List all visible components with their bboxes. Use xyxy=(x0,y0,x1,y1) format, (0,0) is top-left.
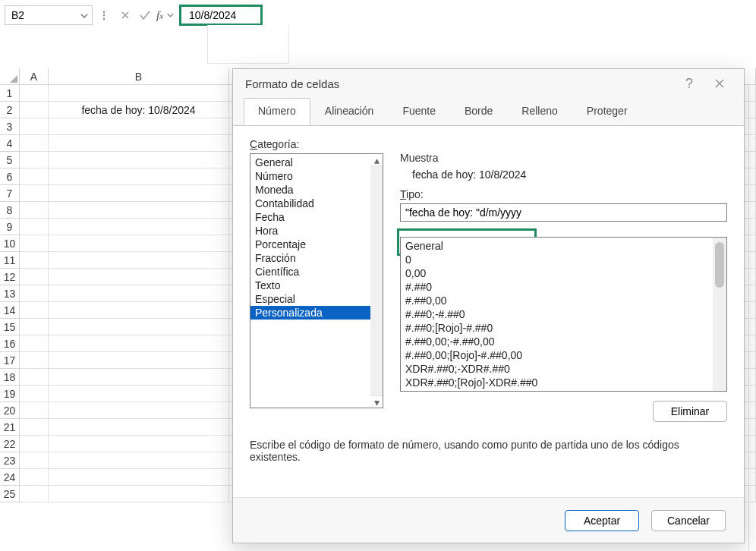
cell[interactable] xyxy=(49,252,229,269)
cell[interactable] xyxy=(49,85,229,102)
type-item[interactable]: #.##0,00;[Rojo]-#.##0,00 xyxy=(401,348,726,362)
row-header[interactable]: 20 xyxy=(0,402,20,419)
cell[interactable] xyxy=(20,402,49,419)
cell[interactable] xyxy=(49,486,229,502)
type-item[interactable]: XDR#.##0;[Rojo]-XDR#.##0 xyxy=(401,376,726,389)
row-header[interactable]: 10 xyxy=(0,235,20,252)
category-item[interactable]: Número xyxy=(250,169,383,183)
column-header[interactable]: B xyxy=(49,68,229,85)
close-button[interactable] xyxy=(704,72,735,95)
category-item[interactable]: Texto xyxy=(250,279,383,292)
cell[interactable] xyxy=(20,452,49,469)
type-item[interactable]: #.##0,00 xyxy=(401,294,726,307)
cell[interactable] xyxy=(49,135,229,152)
cell[interactable] xyxy=(20,102,49,118)
cell[interactable] xyxy=(20,118,49,135)
insert-function-button[interactable]: fx xyxy=(155,6,175,24)
cell[interactable] xyxy=(49,219,229,235)
cell[interactable] xyxy=(20,202,49,219)
row-header[interactable]: 2 xyxy=(0,102,20,118)
cell[interactable] xyxy=(20,85,49,102)
enter-formula-button[interactable] xyxy=(135,6,155,24)
row-header[interactable]: 8 xyxy=(0,202,20,219)
row-header[interactable]: 4 xyxy=(0,135,20,152)
cancel-formula-button[interactable] xyxy=(115,6,135,24)
cell-reference-input[interactable] xyxy=(5,6,92,24)
type-item[interactable]: #.##0,00;-#.##0,00 xyxy=(401,335,726,348)
category-item[interactable]: Fracción xyxy=(250,251,383,265)
row-header[interactable]: 16 xyxy=(0,335,20,352)
cell[interactable] xyxy=(49,235,229,252)
cell[interactable] xyxy=(49,452,229,469)
cell[interactable] xyxy=(20,319,49,335)
cell[interactable] xyxy=(20,152,49,168)
cell[interactable] xyxy=(49,168,229,185)
category-scrollbar[interactable]: ▴ ▾ xyxy=(370,154,383,408)
row-header[interactable]: 25 xyxy=(0,486,20,502)
cell[interactable] xyxy=(49,369,229,386)
row-header[interactable]: 19 xyxy=(0,386,20,402)
row-header[interactable]: 7 xyxy=(0,185,20,202)
row-header[interactable]: 5 xyxy=(0,152,20,168)
type-item[interactable]: #.##0;-#.##0 xyxy=(401,307,726,321)
category-list[interactable]: GeneralNúmeroMonedaContabilidadFechaHora… xyxy=(250,153,383,408)
dialog-tab[interactable]: Borde xyxy=(450,98,507,125)
row-header[interactable]: 11 xyxy=(0,252,20,269)
type-scrollbar[interactable] xyxy=(713,238,726,391)
cell[interactable] xyxy=(49,419,229,436)
cell[interactable] xyxy=(20,419,49,436)
cell[interactable] xyxy=(49,352,229,369)
row-header[interactable]: 21 xyxy=(0,419,20,436)
cell[interactable] xyxy=(20,235,49,252)
cell[interactable] xyxy=(49,386,229,402)
row-header[interactable]: 6 xyxy=(0,168,20,185)
category-item[interactable]: Moneda xyxy=(250,183,383,197)
cell[interactable] xyxy=(49,319,229,335)
row-header[interactable]: 3 xyxy=(0,118,20,135)
dialog-tab[interactable]: Proteger xyxy=(572,98,642,125)
category-item[interactable]: Fecha xyxy=(250,210,383,224)
row-header[interactable]: 13 xyxy=(0,285,20,302)
cell[interactable] xyxy=(20,302,49,319)
aceptar-button[interactable]: Aceptar xyxy=(565,510,639,531)
type-item[interactable]: #.##0;[Rojo]-#.##0 xyxy=(401,321,726,335)
row-header[interactable]: 9 xyxy=(0,219,20,235)
row-header[interactable]: 15 xyxy=(0,319,20,335)
cell-b2[interactable]: fecha de hoy: 10/8/2024 xyxy=(49,102,229,118)
type-item[interactable]: #.##0 xyxy=(401,280,726,294)
name-box[interactable] xyxy=(5,5,93,25)
type-format-list[interactable]: General00,00#.##0#.##0,00#.##0;-#.##0#.#… xyxy=(400,237,727,392)
category-item[interactable]: Porcentaje xyxy=(250,238,383,251)
cell[interactable] xyxy=(49,118,229,135)
type-item[interactable]: XDR#.##0;-XDR#.##0 xyxy=(401,362,726,376)
type-item[interactable]: 0 xyxy=(401,253,726,266)
cancelar-button[interactable]: Cancelar xyxy=(651,510,726,531)
category-item[interactable]: Científica xyxy=(250,265,383,279)
scroll-up-icon[interactable]: ▴ xyxy=(370,154,383,166)
cell[interactable] xyxy=(20,469,49,486)
cell[interactable] xyxy=(20,219,49,235)
row-header[interactable]: 23 xyxy=(0,452,20,469)
row-header[interactable]: 24 xyxy=(0,469,20,486)
cell[interactable] xyxy=(20,386,49,402)
cell[interactable] xyxy=(49,185,229,202)
cell[interactable] xyxy=(20,369,49,386)
category-item[interactable]: Contabilidad xyxy=(250,197,383,210)
cell[interactable] xyxy=(20,486,49,502)
row-header[interactable]: 22 xyxy=(0,436,20,452)
row-header[interactable]: 1 xyxy=(0,85,20,102)
eliminar-button[interactable]: Eliminar xyxy=(653,401,727,422)
dialog-tab[interactable]: Número xyxy=(244,98,310,125)
type-item[interactable]: General xyxy=(401,239,726,253)
category-item[interactable]: Personalizada xyxy=(250,306,383,320)
help-button[interactable]: ? xyxy=(674,72,704,95)
cell[interactable] xyxy=(20,168,49,185)
cell[interactable] xyxy=(20,352,49,369)
cell[interactable] xyxy=(49,202,229,219)
cell[interactable] xyxy=(49,285,229,302)
row-header[interactable]: 12 xyxy=(0,269,20,285)
cell[interactable] xyxy=(20,335,49,352)
tipo-input[interactable] xyxy=(400,203,727,222)
formula-input[interactable] xyxy=(179,5,263,26)
dialog-tab[interactable]: Alineación xyxy=(310,98,389,125)
